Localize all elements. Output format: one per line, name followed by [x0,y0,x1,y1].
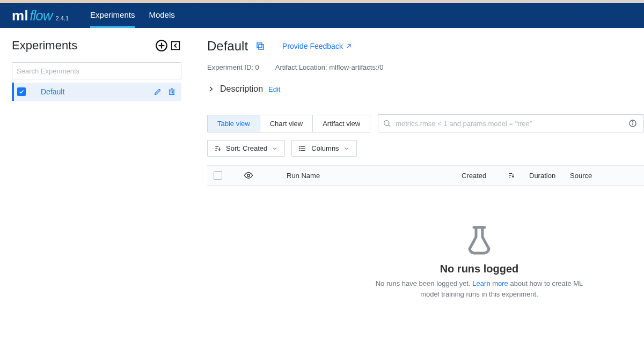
sort-button[interactable]: Sort: Created [207,140,285,157]
col-duration[interactable]: Duration [529,172,561,180]
collapse-sidebar-button[interactable] [170,39,181,53]
sidebar: Experiments Default [0,28,193,362]
edit-description-link[interactable]: Edit [268,85,280,93]
sidebar-item-default[interactable]: Default [12,83,181,101]
svg-point-11 [384,121,389,125]
nav-experiments[interactable]: Experiments [90,3,135,28]
logo-version: 2.4.1 [56,15,69,21]
checkbox-checked-icon[interactable] [17,87,26,96]
learn-more-link[interactable]: Learn more [472,279,508,287]
col-run-name[interactable]: Run Name [287,172,453,180]
columns-label: Columns [311,144,339,152]
svg-line-12 [389,125,390,127]
tab-artifact-view[interactable]: Artifact view [313,115,370,132]
sidebar-title: Experiments [12,39,77,53]
search-icon [383,119,391,128]
info-icon[interactable] [626,119,639,128]
select-all-checkbox[interactable] [214,171,222,180]
svg-rect-9 [259,45,264,49]
sort-label: Sort: Created [226,144,267,152]
expand-description-button[interactable] [207,85,215,93]
svg-point-25 [247,174,250,177]
svg-point-15 [632,121,633,122]
chevron-down-icon [272,145,278,152]
table-header: Run Name Created Duration Source [207,165,644,186]
svg-point-24 [299,150,300,150]
add-experiment-button[interactable] [155,39,169,53]
search-runs-field[interactable] [396,120,626,128]
list-icon [298,145,307,152]
columns-button[interactable]: Columns [291,140,356,157]
tab-table-view[interactable]: Table view [208,115,260,132]
svg-rect-10 [257,43,262,48]
logo[interactable]: ml flow 2.4.1 [12,8,69,24]
page-title: Default [207,39,248,54]
svg-rect-3 [172,42,180,50]
edit-experiment-button[interactable] [153,87,162,96]
svg-point-22 [299,146,300,146]
sidebar-item-label: Default [41,87,153,96]
experiment-id: Experiment ID: 0 [207,63,259,71]
nav-models[interactable]: Models [149,3,174,28]
main-content: Default Provide Feedback Experiment ID: … [193,28,644,362]
header: ml flow 2.4.1 Experiments Models [0,3,644,28]
view-switcher: Table view Chart view Artifact view [207,115,370,132]
search-runs-input[interactable] [378,114,644,132]
copy-icon[interactable] [255,41,265,51]
chevron-down-icon [343,145,350,152]
provide-feedback-label: Provide Feedback [282,42,343,50]
svg-rect-4 [170,90,174,95]
col-created[interactable]: Created [462,172,486,180]
logo-flow: flow [30,8,52,24]
artifact-location: Artifact Location: mlflow-artifacts:/0 [275,63,384,71]
empty-title: No runs logged [440,263,519,275]
search-experiments-field[interactable] [17,67,177,75]
sort-icon [214,145,222,152]
tab-chart-view[interactable]: Chart view [260,115,313,132]
delete-experiment-button[interactable] [167,87,176,96]
flask-icon [462,223,496,257]
empty-subtitle: No runs have been logged yet. Learn more… [367,278,592,299]
main-nav: Experiments Models [90,3,175,28]
col-source[interactable]: Source [570,172,602,180]
svg-point-23 [299,148,300,149]
search-experiments-input[interactable] [12,62,181,79]
logo-ml: ml [12,8,28,24]
visibility-column-icon[interactable] [244,171,253,180]
sort-desc-icon[interactable] [508,172,515,179]
empty-state: No runs logged No runs have been logged … [207,223,644,299]
provide-feedback-link[interactable]: Provide Feedback [282,42,353,50]
description-label: Description [220,84,263,94]
